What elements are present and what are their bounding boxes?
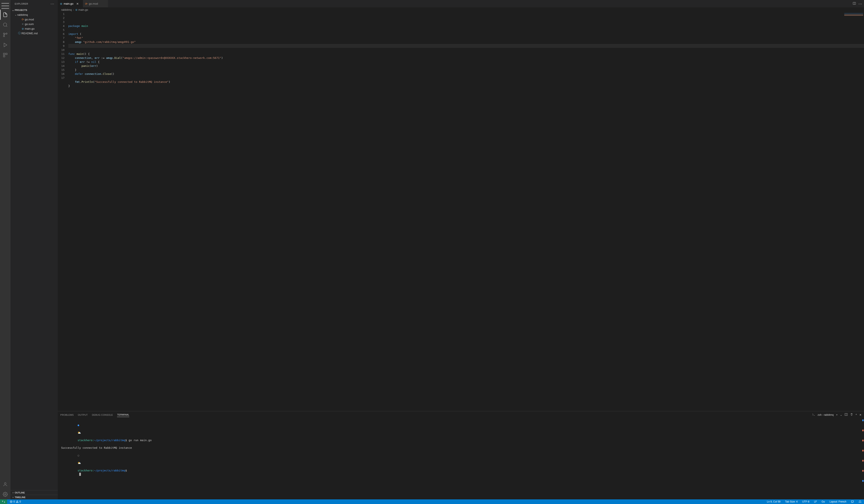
error-count: 0 [13,500,15,503]
timeline-section-header[interactable]: › TIMELINE [11,495,58,500]
menu-icon[interactable] [0,2,10,10]
split-editor-icon[interactable] [853,2,856,5]
chevron-right-icon: › [11,496,15,499]
go-file-icon: ⊕ [75,8,77,11]
file-item[interactable]: ≡go.sum [11,22,58,26]
panel-tabs: PROBLEMS OUTPUT DEBUG CONSOLE TERMINAL z… [58,411,864,418]
projects-section-header[interactable]: ⌄ PROJECTS [11,8,58,12]
tab-label: main.go [64,2,73,5]
language-mode[interactable]: Go [821,500,826,503]
editor-more-icon[interactable]: ⋯ [858,1,862,6]
prompt-status-icon: ○ [77,454,79,457]
prompt-user: stackhero [77,439,92,442]
folder-label: rabbitmq [17,13,28,16]
tab-problems[interactable]: PROBLEMS [60,413,74,417]
file-item[interactable]: ⊕main.go [11,26,58,31]
problems-status[interactable]: 0 0 [9,500,22,503]
code-editor[interactable]: 1234567891011121314151617 package mainim… [58,12,864,411]
minimap[interactable] [844,13,863,23]
file-item[interactable]: ⟳go.mod [11,17,58,22]
activity-bar [0,0,11,500]
file-label: go.sum [25,23,34,26]
weather-icon: ⛅ [77,431,81,434]
debug-icon[interactable] [0,40,10,50]
remote-indicator-icon[interactable] [0,500,7,504]
trash-icon[interactable] [850,413,853,417]
account-icon[interactable] [0,479,10,489]
sidebar-more-icon[interactable]: ⋯ [50,1,55,6]
mod-file-icon: ⟳ [21,18,25,21]
breadcrumbs[interactable]: rabbitmq › ⊕ main.go [58,7,864,12]
source-control-icon[interactable] [0,30,10,40]
breadcrumb-segment[interactable]: main.go [79,8,88,11]
terminal-label[interactable]: zsh - rabbitmq [818,413,833,416]
file-label: main.go [25,27,35,30]
notifications-icon[interactable] [858,500,862,503]
svg-point-3 [3,23,7,26]
outline-section-header[interactable]: › OUTLINE [11,490,58,495]
go-file-icon: ⊕ [21,27,25,30]
outline-label: OUTLINE [15,491,25,494]
editor-tab[interactable]: ⊕main.go✕ [58,0,83,7]
file-label: go.mod [25,18,34,21]
editor-tab[interactable]: ⟳go.mod [83,0,108,7]
svg-marker-8 [4,43,7,47]
mod-file-icon: ⟳ [85,2,88,5]
feedback-icon[interactable] [850,500,855,503]
line-gutter: 1234567891011121314151617 [58,12,68,411]
close-tab-icon[interactable]: ✕ [76,2,79,5]
sidebar-title: EXPLORER [15,2,28,5]
tab-terminal[interactable]: TERMINAL [117,412,129,417]
keyboard-layout[interactable]: Layout: French [829,500,847,503]
svg-rect-10 [6,53,7,55]
code-content[interactable]: package mainimport ( "fmt" amqp "github.… [68,12,864,411]
svg-rect-9 [3,53,5,55]
split-terminal-icon[interactable] [845,413,848,417]
editor-area: ⊕main.go✕⟳go.mod ⋯ rabbitmq › ⊕ main.go … [58,0,864,500]
terminal-output: Successfully connected to RabbitMQ insta… [61,446,861,450]
terminal-split-dropdown-icon[interactable]: ⌄ [840,413,842,416]
md-file-icon: ⓘ [17,31,22,35]
bottom-panel: PROBLEMS OUTPUT DEBUG CONSOLE TERMINAL z… [58,411,864,500]
tab-size[interactable]: Tab Size: 4 [784,500,799,503]
svg-line-4 [6,26,7,27]
terminal-cursor [79,473,81,476]
svg-point-5 [6,33,7,34]
prompt-status-icon: ● [77,423,79,427]
svg-point-6 [3,36,4,37]
file-label: README.md [22,32,38,35]
breadcrumb-segment[interactable]: rabbitmq [61,8,72,11]
file-item[interactable]: ⓘREADME.md [11,31,58,36]
cursor-position[interactable]: Ln 9, Col 59 [766,500,781,503]
tab-debug-console[interactable]: DEBUG CONSOLE [92,413,113,417]
sidebar-header: EXPLORER ⋯ [11,0,58,7]
projects-label: PROJECTS [15,9,27,11]
prompt-user: stackhero [77,469,92,472]
weather-icon: ⛅ [77,461,81,465]
warning-count: 0 [20,500,21,503]
timeline-label: TIMELINE [15,496,25,499]
sidebar: EXPLORER ⋯ ⌄ PROJECTS ⌄ rabbitmq ⟳go.mod… [11,0,58,500]
extensions-icon[interactable] [0,50,10,60]
go-file-icon: ⊕ [60,2,62,5]
tab-label: go.mod [89,2,98,5]
terminal-command: go run main.go [127,439,152,442]
close-panel-icon[interactable]: ✕ [860,413,862,416]
settings-gear-icon[interactable] [0,489,10,500]
search-icon[interactable] [0,20,10,30]
svg-point-13 [4,494,6,495]
maximize-panel-icon[interactable]: ^ [855,413,857,416]
folder-rabbitmq[interactable]: ⌄ rabbitmq [11,12,58,17]
new-terminal-icon[interactable]: + [836,413,838,416]
svg-point-12 [4,482,6,484]
terminal-body[interactable]: ● ⛅ stackhero:~/projects/rabbitmq$ go ru… [58,418,864,500]
prompt-path: ~/projects/rabbitmq [94,469,125,472]
tab-bar: ⊕main.go✕⟳go.mod ⋯ [58,0,864,7]
scrollbar-marks [862,420,864,498]
explorer-icon[interactable] [0,10,10,20]
encoding[interactable]: UTF-8 [801,500,810,503]
tab-output[interactable]: OUTPUT [78,413,88,417]
chevron-down-icon: ⌄ [14,13,17,16]
eol[interactable]: LF [813,500,818,503]
terminal-profile-icon[interactable] [812,413,815,417]
